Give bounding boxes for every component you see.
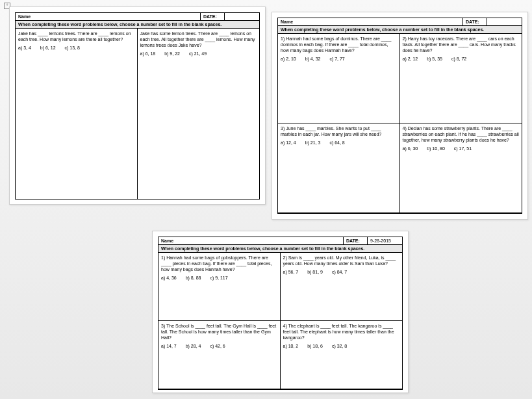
options-row: a) 6, 30 b) 10, 80 c) 17, 51 <box>403 146 520 151</box>
problem-text: 4) The elephant is ____ feet tall. The k… <box>283 323 400 341</box>
option-c: c) 7, 77 <box>329 57 344 61</box>
problem-cell: 1) Hannah had some bags of gobstoppers. … <box>158 253 281 321</box>
options-row: a) 56, 7 b) 81, 9 c) 84, 7 <box>283 269 400 275</box>
option-b: b) 28, 4 <box>186 344 201 348</box>
worksheet-page-1: Name DATE: When completing these word pr… <box>9 6 266 205</box>
problem-text: 2) Sam is ____ years old. My other frien… <box>283 255 400 266</box>
worksheet: Name DATE: When completing these word pr… <box>277 18 522 214</box>
problem-text: Jake has some lemon trees. There are ___… <box>140 31 257 48</box>
option-a: a) 2, 10 <box>281 57 296 61</box>
options-row: a) 2, 10 b) 4, 32 c) 7, 77 <box>281 56 397 62</box>
header-row: Name DATE: <box>278 18 522 26</box>
worksheet: Name DATE: 9-28-2015 When completing the… <box>158 237 403 390</box>
header-row: Name DATE: <box>16 13 259 21</box>
header-row: Name DATE: 9-28-2015 <box>158 237 402 245</box>
problem-grid: 1) Hannah had some bags of gobstoppers. … <box>158 253 402 389</box>
option-a: a) 4, 36 <box>161 276 177 280</box>
name-label: Name <box>278 18 463 25</box>
option-b: b) 4, 32 <box>305 57 321 61</box>
option-c: c) 9, 117 <box>210 276 227 280</box>
problem-cell: 4) The elephant is ____ feet tall. The k… <box>281 321 403 389</box>
instruction-text: When completing these word problems belo… <box>158 245 402 253</box>
problem-cell: 3) The School is ____ feet tall. The Gym… <box>158 321 281 389</box>
date-label: DATE: <box>344 237 368 244</box>
option-c: c) 42, 6 <box>210 344 225 348</box>
problem-grid: Jake has ____ lemons trees. There are __… <box>16 29 259 199</box>
worksheet-page-2: Name DATE: When completing these word pr… <box>272 12 528 220</box>
options-row: a) 2, 12 b) 5, 35 c) 8, 72 <box>403 56 520 62</box>
problem-cell: Jake has ____ lemons trees. There are __… <box>16 29 138 199</box>
problem-cell: 3) June has ____ marbles. She wants to p… <box>278 123 400 213</box>
options-row: a) 12, 4 b) 21, 3 c) 64, 8 <box>281 140 397 146</box>
date-value <box>225 13 259 20</box>
worksheet: Name DATE: When completing these word pr… <box>15 12 260 200</box>
option-b: b) 81, 9 <box>307 270 323 274</box>
instruction-text: When completing these word problems belo… <box>16 21 259 29</box>
problem-text: 3) The School is ____ feet tall. The Gym… <box>161 323 277 341</box>
name-label: Name <box>158 237 344 244</box>
problem-grid: 1) Hannah had some bags of dominos. Ther… <box>278 34 522 213</box>
option-b: b) 6, 12 <box>40 45 56 50</box>
name-label: Name <box>16 13 201 20</box>
problem-cell: 2) Sam is ____ years old. My other frien… <box>281 253 403 321</box>
date-value <box>487 18 522 25</box>
date-label: DATE: <box>201 13 225 20</box>
problem-text: 4) Declan has some strawberry plants. Th… <box>403 125 520 143</box>
instruction-text: When completing these word problems belo… <box>278 26 522 34</box>
option-a: a) 10, 2 <box>283 344 299 348</box>
option-c: c) 64, 8 <box>329 140 344 145</box>
option-c: c) 17, 51 <box>454 146 472 151</box>
options-row: a) 10, 2 b) 18, 6 c) 32, 8 <box>283 343 400 349</box>
options-row: a) 4, 36 b) 8, 88 c) 9, 117 <box>161 275 277 281</box>
option-c: c) 84, 7 <box>332 270 347 274</box>
option-c: c) 32, 8 <box>332 344 347 348</box>
option-b: b) 21, 3 <box>305 140 321 145</box>
option-c: c) 8, 72 <box>451 57 466 61</box>
option-b: b) 9, 22 <box>164 51 180 56</box>
options-row: a) 14, 7 b) 28, 4 c) 42, 6 <box>161 343 277 349</box>
option-b: b) 8, 88 <box>186 276 201 280</box>
problem-text: Jake has ____ lemons trees. There are __… <box>18 31 134 42</box>
options-row: a) 3, 4 b) 6, 12 c) 13, 8 <box>18 45 134 51</box>
worksheet-page-3: Name DATE: 9-28-2015 When completing the… <box>152 231 409 393</box>
date-value: 9-28-2015 <box>368 237 402 244</box>
problem-text: 1) Hannah had some bags of gobstoppers. … <box>161 255 277 272</box>
option-a: a) 2, 12 <box>403 57 418 61</box>
problem-text: 3) June has ____ marbles. She wants to p… <box>281 125 397 137</box>
option-a: a) 6, 18 <box>140 51 156 56</box>
option-c: c) 21, 49 <box>189 51 207 56</box>
option-b: b) 5, 35 <box>427 57 442 61</box>
option-a: a) 56, 7 <box>283 270 299 274</box>
option-b: b) 10, 80 <box>427 146 445 151</box>
problem-text: 1) Hannah had some bags of dominos. Ther… <box>281 36 397 53</box>
option-c: c) 13, 8 <box>65 45 80 50</box>
problem-cell: 2) Harry has toy racecars. There are ___… <box>400 34 522 123</box>
options-row: a) 6, 18 b) 9, 22 c) 21, 49 <box>140 51 257 57</box>
problem-cell: Jake has some lemon trees. There are ___… <box>138 29 260 199</box>
problem-cell: 4) Declan has some strawberry plants. Th… <box>400 123 522 213</box>
date-label: DATE: <box>463 18 487 25</box>
problem-text: 2) Harry has toy racecars. There are ___… <box>403 36 520 53</box>
option-a: a) 6, 30 <box>403 146 418 151</box>
option-a: a) 3, 4 <box>18 45 31 50</box>
option-b: b) 18, 6 <box>307 344 323 348</box>
option-a: a) 14, 7 <box>161 344 177 348</box>
problem-cell: 1) Hannah had some bags of dominos. Ther… <box>278 34 400 123</box>
option-a: a) 12, 4 <box>281 140 296 145</box>
